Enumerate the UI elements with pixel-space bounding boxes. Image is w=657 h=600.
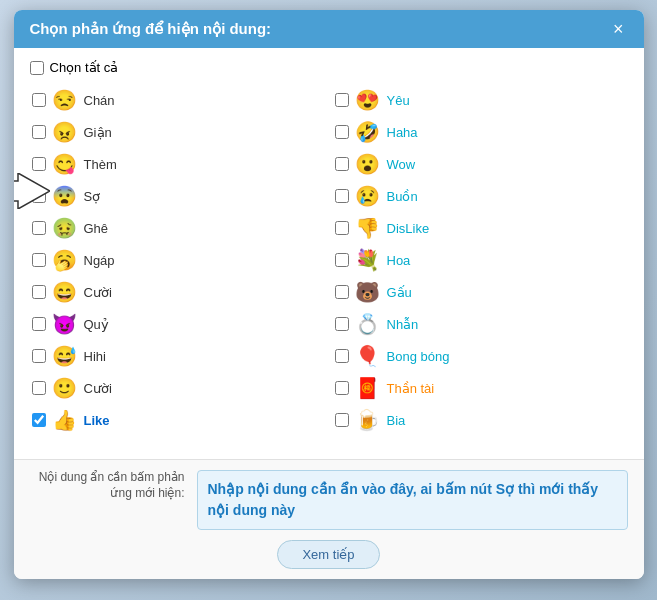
reaction-cuoi1: 😄 Cười: [30, 277, 325, 307]
hidden-content-label: Nội dung ẩn cần bấm phản ứng mới hiện:: [30, 470, 185, 501]
reaction-gau: 🐻 Gấu: [333, 277, 628, 307]
checkbox-thantai[interactable]: [335, 381, 349, 395]
modal-title: Chọn phản ứng để hiện nội dung:: [30, 20, 272, 38]
label-chan: Chán: [84, 93, 115, 108]
arrow-indicator: [14, 173, 50, 209]
reaction-yeu: 😍 Yêu: [333, 85, 628, 115]
emoji-buon: 😢: [355, 184, 381, 208]
select-all-label: Chọn tất cả: [50, 60, 119, 75]
label-them: Thèm: [84, 157, 117, 172]
select-all-row: Chọn tất cả: [30, 60, 628, 75]
reaction-ngap: 🥱 Ngáp: [30, 245, 325, 275]
label-thantai: Thần tài: [387, 381, 435, 396]
checkbox-nhan[interactable]: [335, 317, 349, 331]
emoji-yeu: 😍: [355, 88, 381, 112]
emoji-them: 😋: [52, 152, 78, 176]
svg-marker-0: [14, 173, 50, 209]
emoji-quy: 😈: [52, 312, 78, 336]
checkbox-quy[interactable]: [32, 317, 46, 331]
checkbox-ghe[interactable]: [32, 221, 46, 235]
emoji-bia: 🍺: [355, 408, 381, 432]
hidden-input-box[interactable]: Nhập nội dung cần ẩn vào đây, ai bấm nút…: [197, 470, 628, 530]
label-bongbong: Bong bóng: [387, 349, 450, 364]
emoji-thantai: 🧧: [355, 376, 381, 400]
close-button[interactable]: ×: [609, 20, 628, 38]
view-more-button[interactable]: Xem tiếp: [277, 540, 379, 569]
hidden-content-row: Nội dung ẩn cần bấm phản ứng mới hiện: N…: [30, 470, 628, 530]
reaction-quy: 😈 Quỷ: [30, 309, 325, 339]
label-nhan: Nhẫn: [387, 317, 419, 332]
checkbox-yeu[interactable]: [335, 93, 349, 107]
label-ngap: Ngáp: [84, 253, 115, 268]
reaction-hihi: 😅 Hihi: [30, 341, 325, 371]
emoji-chan: 😒: [52, 88, 78, 112]
checkbox-hoa[interactable]: [335, 253, 349, 267]
emoji-so: 😨: [52, 184, 78, 208]
label-haha: Haha: [387, 125, 418, 140]
select-all-checkbox[interactable]: [30, 61, 44, 75]
reactions-grid: 😒 Chán 😍 Yêu 😠 Giận 🤣 Haha: [30, 85, 628, 435]
checkbox-haha[interactable]: [335, 125, 349, 139]
modal-footer: Nội dung ẩn cần bấm phản ứng mới hiện: N…: [14, 459, 644, 579]
arrow-icon: [14, 173, 50, 209]
checkbox-like[interactable]: [32, 413, 46, 427]
reaction-them: 😋 Thèm: [30, 149, 325, 179]
label-yeu: Yêu: [387, 93, 410, 108]
label-gian: Giận: [84, 125, 112, 140]
label-hoa: Hoa: [387, 253, 411, 268]
checkbox-bia[interactable]: [335, 413, 349, 427]
emoji-gian: 😠: [52, 120, 78, 144]
label-hihi: Hihi: [84, 349, 106, 364]
checkbox-gian[interactable]: [32, 125, 46, 139]
reaction-cuoi2: 🙂 Cười: [30, 373, 325, 403]
emoji-bongbong: 🎈: [355, 344, 381, 368]
checkbox-hihi[interactable]: [32, 349, 46, 363]
reaction-nhan: 💍 Nhẫn: [333, 309, 628, 339]
label-ghe: Ghê: [84, 221, 109, 236]
emoji-ngap: 🥱: [52, 248, 78, 272]
checkbox-wow[interactable]: [335, 157, 349, 171]
btn-row: Xem tiếp: [30, 540, 628, 569]
reaction-thantai: 🧧 Thần tài: [333, 373, 628, 403]
emoji-cuoi2: 🙂: [52, 376, 78, 400]
checkbox-gau[interactable]: [335, 285, 349, 299]
emoji-cuoi1: 😄: [52, 280, 78, 304]
emoji-ghe: 🤢: [52, 216, 78, 240]
label-dislike: DisLike: [387, 221, 430, 236]
emoji-haha: 🤣: [355, 120, 381, 144]
checkbox-cuoi2[interactable]: [32, 381, 46, 395]
checkbox-ngap[interactable]: [32, 253, 46, 267]
modal-overlay: Chọn phản ứng để hiện nội dung: × Chọn t…: [0, 0, 657, 600]
reaction-hoa: 💐 Hoa: [333, 245, 628, 275]
label-quy: Quỷ: [84, 317, 109, 332]
reaction-bongbong: 🎈 Bong bóng: [333, 341, 628, 371]
checkbox-dislike[interactable]: [335, 221, 349, 235]
reaction-so: 😨 Sợ: [30, 181, 325, 211]
modal-body: Chọn tất cả 😒 Chán 😍: [14, 48, 644, 459]
reaction-dislike: 👎 DisLike: [333, 213, 628, 243]
label-cuoi1: Cười: [84, 285, 112, 300]
label-gau: Gấu: [387, 285, 412, 300]
checkbox-chan[interactable]: [32, 93, 46, 107]
reaction-wow: 😮 Wow: [333, 149, 628, 179]
reaction-buon: 😢 Buồn: [333, 181, 628, 211]
modal-header: Chọn phản ứng để hiện nội dung: ×: [14, 10, 644, 48]
checkbox-buon[interactable]: [335, 189, 349, 203]
reaction-gian: 😠 Giận: [30, 117, 325, 147]
reaction-like: 👍 Like: [30, 405, 325, 435]
checkbox-bongbong[interactable]: [335, 349, 349, 363]
checkbox-them[interactable]: [32, 157, 46, 171]
label-bia: Bia: [387, 413, 406, 428]
hidden-input-text: Nhập nội dung cần ẩn vào đây, ai bấm nút…: [208, 481, 599, 518]
label-cuoi2: Cười: [84, 381, 112, 396]
reaction-ghe: 🤢 Ghê: [30, 213, 325, 243]
emoji-hoa: 💐: [355, 248, 381, 272]
label-so: Sợ: [84, 189, 101, 204]
emoji-gau: 🐻: [355, 280, 381, 304]
label-wow: Wow: [387, 157, 416, 172]
emoji-nhan: 💍: [355, 312, 381, 336]
checkbox-cuoi1[interactable]: [32, 285, 46, 299]
reaction-chan: 😒 Chán: [30, 85, 325, 115]
modal-dialog: Chọn phản ứng để hiện nội dung: × Chọn t…: [14, 10, 644, 579]
emoji-hihi: 😅: [52, 344, 78, 368]
